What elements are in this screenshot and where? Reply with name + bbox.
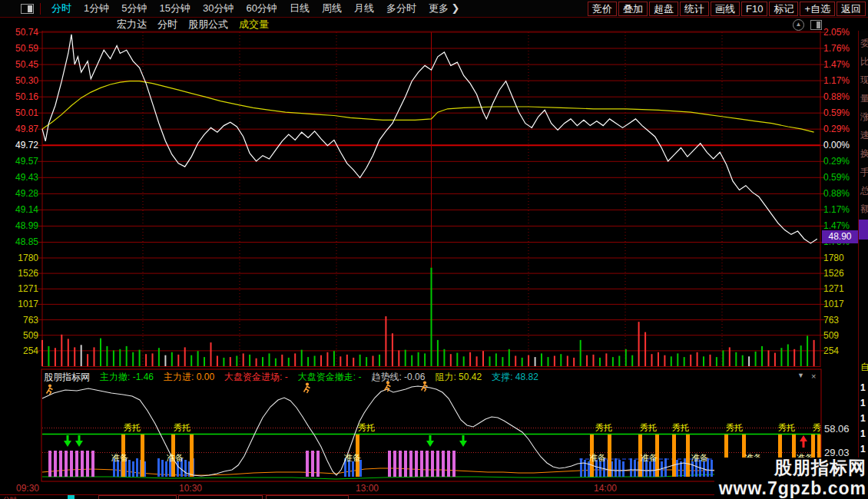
toolbar-button-6[interactable]: F10 xyxy=(741,2,767,16)
volume-axis-label: 1526 xyxy=(0,268,38,279)
toolbar-button-9[interactable]: 返回 xyxy=(837,2,866,16)
indicator-header-item-3: 主力进: 0.00 xyxy=(164,371,214,382)
toolbar-buttons: 竞价叠加超盘统计画线F10标记+自选返回 xyxy=(588,2,866,16)
menu-item-2[interactable]: 1分钟 xyxy=(78,2,115,15)
percent-axis-label: 0.88% xyxy=(823,188,850,199)
zhunbei-signal-label: 准备 xyxy=(691,452,708,464)
indicator-lower-level: 29.03 xyxy=(824,447,850,458)
menu-item-4[interactable]: 15分钟 xyxy=(153,2,196,15)
right-strip-glyph: 比 xyxy=(860,55,868,68)
price-axis-label: 50.74 xyxy=(0,27,38,38)
toolbar-button-1[interactable]: 竞价 xyxy=(588,2,617,16)
toolbar-button-4[interactable]: 统计 xyxy=(680,2,709,16)
percent-axis-label: 0.29% xyxy=(823,124,850,134)
menu-item-11[interactable]: 更多 ❯ xyxy=(422,2,466,15)
menu-item-8[interactable]: 周线 xyxy=(316,2,348,15)
zhunbei-signal-label: 准备 xyxy=(167,452,184,464)
volume-axis-label: 1780 xyxy=(823,253,844,263)
menu-item-1[interactable]: 分时 xyxy=(45,2,78,15)
xiutuo-signal-label: 秀托 xyxy=(726,422,743,434)
percent-axis-label: 1.17% xyxy=(823,75,850,86)
watermark-line1: 股朋指标网 xyxy=(719,458,866,478)
volume-axis-label: 1271 xyxy=(823,283,844,294)
right-strip-glyph: 换 xyxy=(860,147,868,160)
volume-axis-label: 1526 xyxy=(823,268,844,279)
price-axis-label: 50.45 xyxy=(0,59,38,70)
volume-axis-label: 254 xyxy=(0,345,38,356)
window-split-icon[interactable] xyxy=(21,4,34,14)
right-strip-glyph: 涨 xyxy=(860,111,868,124)
bottom-strip-marker xyxy=(68,495,75,499)
percent-axis-label: 0.00% xyxy=(823,140,850,150)
indicator-header-item-2: 主力撤: -1.46 xyxy=(100,371,154,382)
formula-label[interactable]: 股朋公式 xyxy=(188,18,228,31)
xiutuo-signal-label: 秀托 xyxy=(358,422,375,434)
right-strip-number: 1 xyxy=(860,398,866,408)
top-menu-bar: 分时1分钟5分钟15分钟30分钟60分钟日线周线月线多分时更多 ❯ 竞价叠加超盘… xyxy=(0,0,868,18)
zhunbei-signal-label: 准备 xyxy=(589,452,606,464)
price-axis-label: 49.57 xyxy=(0,156,38,167)
percent-axis-label: 1.17% xyxy=(823,204,850,215)
volume-axis-label: 1780 xyxy=(0,253,38,263)
indicator-header-item-5: 大盘资金撤走: - xyxy=(298,371,362,382)
toolbar-button-5[interactable]: 画线 xyxy=(711,2,740,16)
volume-axis-label: 763 xyxy=(823,315,839,326)
toolbar-button-2[interactable]: 叠加 xyxy=(618,2,648,16)
period-menu: 分时1分钟5分钟15分钟30分钟60分钟日线周线月线多分时更多 ❯ xyxy=(45,2,465,15)
price-axis-label: 49.28 xyxy=(0,188,38,199)
right-strip-glyph: 自 xyxy=(860,361,868,374)
right-side-strip: 委比现量涨速换手总额自1111111 xyxy=(858,31,868,499)
price-axis-label: 50.30 xyxy=(0,75,38,86)
menu-item-9[interactable]: 月线 xyxy=(348,2,380,15)
toolbar-button-7[interactable]: 标记 xyxy=(769,2,798,16)
price-axis-label: 48.85 xyxy=(0,236,38,247)
sub-header-icons: ▲ xyxy=(793,19,822,31)
watermark: 股朋指标网 www.7gpzb.com xyxy=(714,458,866,499)
bottom-strip-box xyxy=(266,495,349,499)
indicator-header-item-4: 大盘资金进场: - xyxy=(224,371,288,382)
right-strip-glyph: 委 xyxy=(860,37,868,50)
price-line xyxy=(42,35,817,243)
menu-separator xyxy=(40,3,41,15)
toolbar-button-3[interactable]: 超盘 xyxy=(649,2,678,16)
volume-bars xyxy=(41,268,815,366)
time-label: 13:00 xyxy=(356,483,379,494)
percent-axis-label: 0.29% xyxy=(823,156,850,167)
menu-item-7[interactable]: 日线 xyxy=(283,2,316,15)
volume-axis-label: 509 xyxy=(823,330,839,341)
price-axis-label: 49.14 xyxy=(0,204,38,215)
volume-axis-label: 763 xyxy=(0,315,38,326)
menu-item-3[interactable]: 5分钟 xyxy=(115,2,153,15)
menu-item-6[interactable]: 60分钟 xyxy=(240,2,283,15)
toolbar-button-8[interactable]: +自选 xyxy=(800,2,835,16)
indicator-header: 股朋指标网主力撤: -1.46主力进: 0.00大盘资金进场: -大盘资金撤走:… xyxy=(44,371,538,382)
percent-axis-label: 0.59% xyxy=(823,172,850,183)
xiutuo-signal-label: 秀托 xyxy=(174,422,190,434)
right-strip-glyph: 总 xyxy=(860,184,868,197)
pane-layout-icon[interactable] xyxy=(810,20,822,30)
indicator-panel: 秀托秀托秀托秀托秀托秀托秀托秀托秀托准备准备准备准备准备准备准备准备 xyxy=(41,369,821,481)
zhunbei-signal-label: 准备 xyxy=(641,452,658,464)
average-price-line xyxy=(42,81,814,133)
time-label: 10:30 xyxy=(179,483,202,494)
view-label: 分时 xyxy=(157,18,177,31)
indicator-header-item-8: 支撑: 48.82 xyxy=(492,371,538,382)
price-axis-label: 49.87 xyxy=(0,124,38,134)
xiutuo-signal-label: 秀托 xyxy=(595,422,612,434)
indicator-collapse-icon[interactable]: ▼ xyxy=(797,372,804,379)
menu-item-10[interactable]: 多分时 xyxy=(380,2,422,15)
menu-item-5[interactable]: 30分钟 xyxy=(197,2,240,15)
volume-axis-label: 1271 xyxy=(0,283,38,294)
percent-axis-label: 1.47% xyxy=(823,59,850,70)
time-label: 14:00 xyxy=(594,483,617,494)
bottom-strip-box xyxy=(178,495,263,499)
price-axis-label: 49.72 xyxy=(0,140,38,150)
right-strip-glyph: 手 xyxy=(860,166,868,179)
right-strip-number: 1 xyxy=(860,444,866,454)
bottom-strip-fragment: 分时 xyxy=(3,495,17,499)
volume-axis-label: 254 xyxy=(823,345,839,356)
popup-arrow-icon[interactable]: ▲ xyxy=(793,19,804,31)
volume-indicator-label[interactable]: 成交量 xyxy=(239,18,269,31)
indicator-close-icon[interactable]: × xyxy=(811,372,816,381)
xiutuo-signal-label: 秀托 xyxy=(640,422,657,434)
